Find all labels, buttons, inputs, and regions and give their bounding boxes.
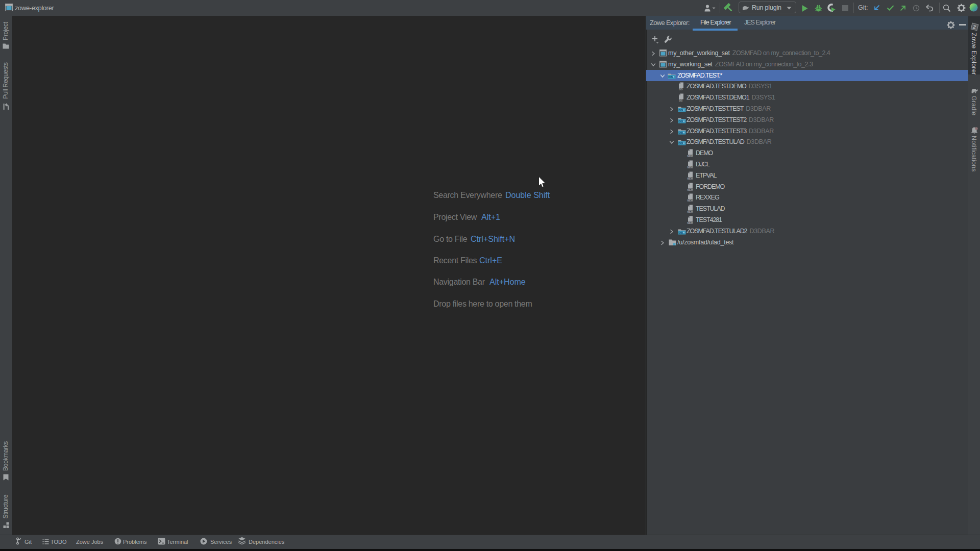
svg-text:DS: DS	[679, 108, 683, 112]
svg-text:MEM: MEM	[688, 166, 693, 169]
svg-text:MEM: MEM	[688, 155, 693, 158]
svg-text:DS: DS	[679, 119, 683, 123]
svg-text:MEM: MEM	[688, 177, 693, 180]
svg-text:MEM: MEM	[688, 188, 693, 191]
svg-text:DS: DS	[679, 141, 683, 145]
svg-text:DS: DS	[679, 88, 683, 91]
svg-text:DS: DS	[669, 75, 673, 79]
svg-text:MEM: MEM	[688, 210, 693, 213]
svg-text:DS: DS	[679, 99, 683, 102]
svg-text:MEM: MEM	[688, 199, 693, 202]
svg-text:DS: DS	[679, 131, 683, 134]
svg-text:MEM: MEM	[688, 221, 693, 224]
svg-text:DS: DS	[679, 231, 683, 234]
